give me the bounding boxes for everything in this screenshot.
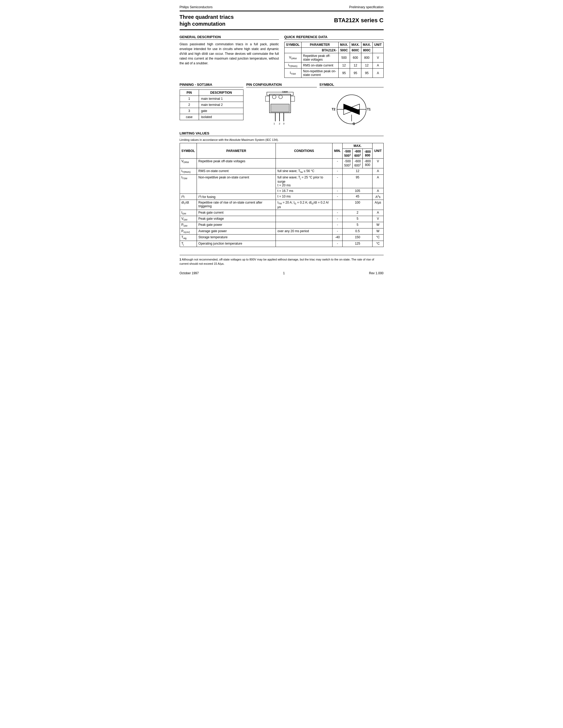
lv-pgm-param: Peak gate power (196, 222, 275, 228)
svg-text:2: 2 (279, 122, 280, 125)
pin-col-pin: PIN (180, 90, 199, 96)
svg-point-3 (279, 95, 283, 99)
lv-i2t-min: - (333, 194, 343, 200)
lv-pgav-max: 0.5 (343, 228, 373, 234)
lv-didt-symbol: dIT/dt (180, 200, 196, 210)
lv-vdrm-symbol: VDRM (180, 159, 196, 168)
qr-row-vdrm: VDRM Repetitive peak off-state voltages … (284, 53, 383, 62)
symbol-title: SYMBOL (320, 83, 384, 87)
limiting-values-section: LIMITING VALUES Limiting values in accor… (180, 131, 384, 247)
lv-didt-cond: ITM = 20 A; IG = 0.2 A; dIG/dt = 0.2 A/µ… (276, 200, 333, 210)
lv-vdrm-max500: -5005001 (343, 159, 353, 168)
qr-vdrm-800: 800 (361, 53, 373, 62)
qr-col-parameter: PARAMETER (301, 42, 338, 48)
lv-itsm-cond2: t = 16.7 ms (276, 188, 333, 194)
lv-row-vdrm: VDRM Repetitive peak off-state voltages … (180, 159, 383, 168)
lv-row-vgm: VGM Peak gate voltage - 5 V (180, 216, 383, 222)
footer-page: 1 (283, 271, 285, 275)
footer-date: October 1997 (180, 271, 199, 275)
qr-subheader-unit-empty (373, 48, 383, 53)
lv-vgm-param: Peak gate voltage (196, 216, 275, 222)
qr-vdrm-600: 600 (350, 53, 361, 62)
svg-rect-12 (265, 96, 269, 101)
lv-itrms-cond: full sine wave; The ≤ 56 °C (276, 168, 333, 174)
footnote-divider (180, 255, 384, 255)
lv-max-800: -800800 (363, 149, 373, 159)
qr-col-max3: MAX. (361, 42, 373, 48)
lv-row-i2t: I2t I2t for fusing t = 10 ms - 45 A2s (180, 194, 383, 200)
pin-2-desc: main terminal 2 (199, 102, 243, 108)
lv-itrms-param: RMS on-state current (196, 168, 275, 174)
lv-i2t-symbol: I2t (180, 194, 196, 200)
lv-itsm-unit1: A (373, 174, 383, 188)
svg-text:3: 3 (283, 122, 285, 125)
pin-col-desc: DESCRIPTION (199, 90, 243, 96)
lv-col-unit: UNIT (373, 143, 383, 159)
general-description-section: GENERAL DESCRIPTION Glass passivated hig… (180, 35, 279, 78)
qr-subheader-model: BTA212X- (301, 48, 338, 53)
qr-col-max2: MAX. (350, 42, 361, 48)
lv-itrms-symbol: IT(RMS) (180, 168, 196, 174)
lv-itsm-unit2: A (373, 188, 383, 194)
pinning-table: PIN DESCRIPTION 1 main terminal 1 2 main… (180, 89, 244, 120)
general-description-text: Glass passivated high commutation triacs… (180, 42, 279, 66)
lv-tstg-unit: °C (373, 235, 383, 241)
symbol-drawing: T2 T1 G (320, 89, 384, 127)
symbol-svg: T2 T1 G (329, 92, 374, 127)
qr-subheader-500c: 500C (338, 48, 350, 53)
qr-itsm-800: 95 (361, 69, 373, 78)
lv-pgav-cond: over any 20 ms period (276, 228, 333, 234)
lv-col-symbol: SYMBOL (180, 143, 196, 159)
pin-case-desc: isolated (199, 114, 243, 120)
lv-i2t-unit: A2s (373, 194, 383, 200)
pin-row-1: 1 main terminal 1 (180, 96, 243, 102)
lv-tstg-min: -40 (333, 235, 343, 241)
qr-row-itrms: IT(RMS) RMS on-state current 12 12 12 A (284, 62, 383, 69)
spec-type: Preliminary specification (349, 5, 383, 9)
pin-config-svg: case 1 2 3 (264, 89, 299, 127)
pinning-title: PINNING - SOT186A (180, 83, 244, 87)
lv-row-tj: Tj Operating junction temperature - 125 … (180, 241, 383, 247)
lv-row-pgav: PG(AV) Average gate power over any 20 ms… (180, 228, 383, 234)
pin-1-num: 1 (180, 96, 199, 102)
lv-didt-unit: A/µs (373, 200, 383, 210)
footnote: 1 Although not recommended, off-state vo… (180, 257, 384, 266)
footnote-text: Although not recommended, off-state volt… (180, 258, 374, 266)
section-row-1: GENERAL DESCRIPTION Glass passivated hig… (180, 35, 384, 78)
pin-3-num: 3 (180, 108, 199, 114)
title-bar: Three quadrant triacs high commutation B… (180, 11, 384, 30)
lv-tj-max: 125 (343, 241, 373, 247)
lv-pgm-max: 5 (343, 222, 373, 228)
lv-pgav-symbol: PG(AV) (180, 228, 196, 234)
page-footer: October 1997 1 Rev 1.000 (180, 271, 384, 275)
lv-itsm-cond1: full sine wave; Tj = 25 °C prior to surg… (276, 174, 333, 188)
qr-vdrm-symbol: VDRM (284, 53, 301, 62)
lv-pgm-unit: W (373, 222, 383, 228)
lv-max-600: -6006001 (353, 149, 363, 159)
symbol-section: SYMBOL T2 T1 (320, 83, 384, 127)
pin-config-drawing: case 1 2 3 (246, 89, 317, 127)
svg-rect-13 (291, 96, 295, 101)
limiting-values-table: SYMBOL PARAMETER CONDITIONS MIN. MAX. UN… (180, 143, 384, 247)
lv-itsm-max2: 105 (343, 188, 373, 194)
lv-vdrm-max800: -800800 (363, 159, 373, 168)
pin-3-desc: gate (199, 108, 243, 114)
qr-vdrm-500: 500 (338, 53, 350, 62)
lv-didt-max: 100 (343, 200, 373, 210)
qr-itsm-param: Non-repetitive peak on-state current (301, 69, 338, 78)
svg-rect-5 (271, 104, 289, 112)
lv-igm-param: Peak gate current (196, 210, 275, 216)
qr-col-max1: MAX. (338, 42, 350, 48)
lv-pgav-param: Average gate power (196, 228, 275, 234)
qr-itsm-unit: A (373, 69, 383, 78)
svg-text:1: 1 (274, 122, 275, 125)
pin-2-num: 2 (180, 102, 199, 108)
lv-vgm-min: - (333, 216, 343, 222)
title-left: Three quadrant triacs high commutation (180, 14, 234, 27)
lv-row-didt: dIT/dt Repetitive rate of rise of on-sta… (180, 200, 383, 210)
qr-row-itsm: ITSM Non-repetitive peak on-state curren… (284, 69, 383, 78)
lv-vdrm-min: - (333, 159, 343, 168)
pin-case-num: case (180, 114, 199, 120)
pin-1-desc: main terminal 1 (199, 96, 243, 102)
lv-igm-cond (276, 210, 333, 216)
